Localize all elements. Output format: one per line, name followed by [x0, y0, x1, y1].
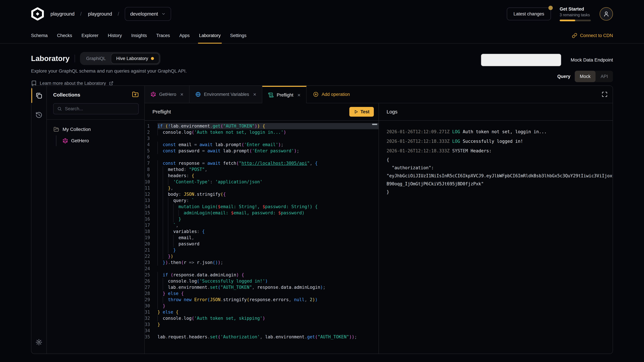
code-line-13[interactable]: 13 query: ` [145, 197, 378, 204]
line-content[interactable] [158, 328, 378, 334]
code-line-35[interactable]: 35lab.request.headers.set('Authorization… [145, 334, 378, 340]
line-content[interactable]: const email = await lab.prompt('Enter em… [158, 142, 378, 148]
code-line-26[interactable]: 26 console.log('Successfully logged in!'… [145, 278, 378, 284]
line-content[interactable]: lab.environment.set("AUTH_TOKEN", respon… [158, 284, 378, 291]
code-line-4[interactable]: 4 const email = await lab.prompt('Enter … [145, 142, 378, 148]
code-line-25[interactable]: 25 if (response.data.adminLogin) { [145, 272, 378, 278]
code-line-12[interactable]: 12 body: JSON.stringify({ [145, 191, 378, 197]
code-line-8[interactable]: 8 method: "POST", [145, 166, 378, 173]
code-line-15[interactable]: 15 adminLogin(email: $email, password: $… [145, 210, 378, 216]
code-line-14[interactable]: 14 mutation Login($email: String!, $pass… [145, 204, 378, 210]
code-line-6[interactable]: 6 [145, 154, 378, 160]
close-icon[interactable]: × [297, 92, 300, 98]
code-line-24[interactable]: 24 [145, 266, 378, 272]
learn-more-link[interactable]: Learn more about the Laboratory [31, 80, 187, 86]
code-line-20[interactable]: 20 password [145, 241, 378, 247]
mock-data-endpoint-button[interactable]: Mock Data Endpoint [571, 57, 613, 63]
line-content[interactable]: console.log('Auth token set, skipping') [158, 315, 378, 322]
line-content[interactable]: } else { [158, 309, 378, 315]
line-content[interactable]: variables: { [158, 228, 378, 235]
line-content[interactable]: query: ` [158, 197, 378, 204]
line-content[interactable]: console.log('Successfully logged in!') [158, 278, 378, 284]
collections-search[interactable] [53, 103, 139, 114]
line-content[interactable]: const response = await fetch("http://loc… [158, 160, 378, 166]
line-content[interactable]: }) [158, 253, 378, 259]
collections-strip-button[interactable] [31, 86, 46, 105]
line-content[interactable]: mutation Login($email: String!, $passwor… [158, 204, 378, 210]
line-content[interactable]: body: JSON.stringify({ [158, 191, 378, 197]
code-line-27[interactable]: 27 lab.environment.set("AUTH_TOKEN", res… [145, 284, 378, 291]
tab-gethero[interactable]: GetHero × [145, 86, 190, 103]
code-line-21[interactable]: 21 } [145, 247, 378, 253]
line-content[interactable]: } else { [158, 291, 378, 297]
nav-item-insights[interactable]: Insights [126, 28, 152, 43]
line-content[interactable]: 'Content-Type': 'application/json' [158, 179, 378, 185]
test-button[interactable]: Test [349, 107, 374, 117]
code-line-29[interactable]: 29 throw new Error(JSON.stringify(respon… [145, 297, 378, 303]
code-line-22[interactable]: 22 }) [145, 253, 378, 259]
line-content[interactable]: if (!lab.environment.get("AUTH_TOKEN")) … [158, 123, 378, 129]
breadcrumb-org[interactable]: playground [50, 11, 75, 17]
line-content[interactable]: `, [158, 222, 378, 228]
code-line-31[interactable]: 31} else { [145, 309, 378, 315]
line-content[interactable]: lab.request.headers.set('Authorization',… [158, 334, 378, 340]
code-line-28[interactable]: 28 } else { [145, 291, 378, 297]
line-content[interactable]: }, [158, 185, 378, 191]
line-content[interactable]: email, [158, 235, 378, 241]
add-operation-button[interactable]: Add operation [306, 86, 356, 103]
latest-changes-button[interactable]: Latest changes [507, 7, 551, 20]
mode-option-graphiql[interactable]: GraphiQL [81, 53, 111, 64]
code-line-23[interactable]: 23 }).then(r => r.json()); [145, 259, 378, 266]
line-content[interactable]: password [158, 241, 378, 247]
line-content[interactable]: console.log('Auth token not set, loggin … [158, 129, 378, 135]
code-line-34[interactable]: 34 [145, 328, 378, 334]
line-content[interactable] [158, 135, 378, 142]
tab-environment-variables[interactable]: Environment Variables × [190, 86, 262, 103]
line-content[interactable]: } [158, 247, 378, 253]
line-content[interactable] [158, 266, 378, 272]
code-editor[interactable]: 1if (!lab.environment.get("AUTH_TOKEN"))… [145, 121, 378, 354]
segment-api[interactable]: API [596, 71, 613, 82]
line-content[interactable]: }).then(r => r.json()); [158, 259, 378, 266]
code-line-5[interactable]: 5 const password = await lab.prompt('Ent… [145, 148, 378, 154]
code-line-1[interactable]: 1if (!lab.environment.get("AUTH_TOKEN"))… [145, 123, 378, 129]
tab-preflight[interactable]: Preflight × [262, 86, 306, 103]
settings-strip-button[interactable] [31, 333, 46, 352]
target-selector[interactable]: development [125, 7, 171, 21]
connect-to-cdn-link[interactable]: Connect to CDN [572, 28, 618, 43]
line-content[interactable]: const password = await lab.prompt('Enter… [158, 148, 378, 154]
line-content[interactable]: if (response.data.adminLogin) { [158, 272, 378, 278]
scrollbar-marker[interactable] [372, 124, 377, 125]
code-line-7[interactable]: 7 const response = await fetch("http://l… [145, 160, 378, 166]
nav-item-laboratory[interactable]: Laboratory [194, 28, 226, 43]
history-strip-button[interactable] [31, 105, 46, 125]
operation-item-gethero[interactable]: GetHero [62, 135, 144, 146]
nav-item-checks[interactable]: Checks [52, 28, 77, 43]
line-content[interactable]: method: "POST", [158, 166, 378, 173]
search-input[interactable] [65, 106, 135, 111]
add-collection-button[interactable] [132, 91, 139, 98]
close-icon[interactable]: × [253, 91, 256, 97]
line-content[interactable]: } [158, 303, 378, 309]
nav-item-explorer[interactable]: Explorer [77, 28, 103, 43]
nav-item-history[interactable]: History [103, 28, 126, 43]
mode-option-hive-laboratory[interactable]: Hive Laboratory [111, 53, 159, 64]
connect-graphql-endpoint-button[interactable]: Connect GraphQL API Endpoint [481, 54, 561, 66]
segment-mock[interactable]: Mock [575, 71, 596, 82]
line-content[interactable]: } [158, 322, 378, 328]
code-line-11[interactable]: 11 }, [145, 185, 378, 191]
close-icon[interactable]: × [180, 91, 184, 97]
code-line-30[interactable]: 30 } [145, 303, 378, 309]
code-line-2[interactable]: 2 console.log('Auth token not set, loggi… [145, 129, 378, 135]
code-line-19[interactable]: 19 email, [145, 235, 378, 241]
code-line-9[interactable]: 9 headers: { [145, 173, 378, 179]
breadcrumb-project[interactable]: playground [88, 11, 112, 17]
code-line-32[interactable]: 32 console.log('Auth token set, skipping… [145, 315, 378, 322]
fullscreen-button[interactable] [596, 86, 613, 103]
collection-folder-my-collection[interactable]: My Collection [54, 125, 144, 134]
code-line-16[interactable]: 16 } [145, 216, 378, 222]
code-line-18[interactable]: 18 variables: { [145, 228, 378, 235]
get-started-widget[interactable]: Get Started 3 remaining tasks [560, 6, 591, 21]
code-line-3[interactable]: 3 [145, 135, 378, 142]
line-content[interactable]: } [158, 216, 378, 222]
